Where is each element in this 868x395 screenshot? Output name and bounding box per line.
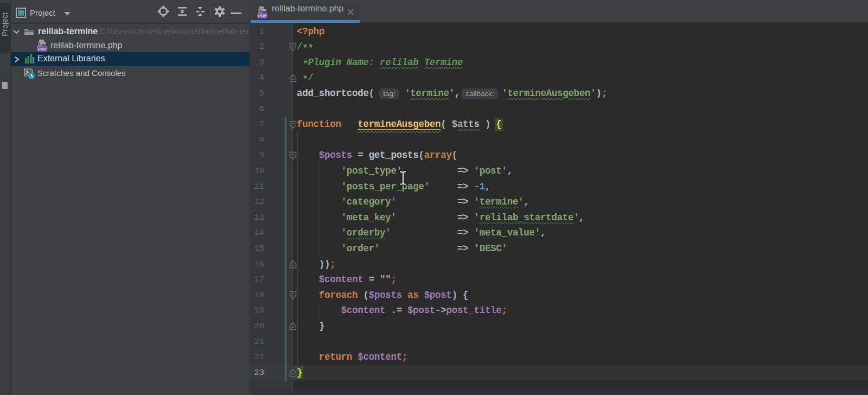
- svg-text:PHP: PHP: [258, 14, 266, 18]
- svg-text:PHP: PHP: [38, 47, 46, 52]
